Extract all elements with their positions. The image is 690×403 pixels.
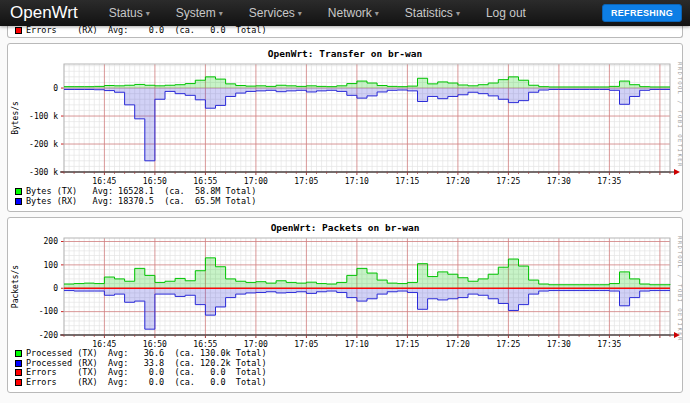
svg-text:16:50: 16:50 (143, 177, 167, 186)
nav-item-services[interactable]: Services▾ (236, 6, 315, 20)
packets-chart: 2001000-100-20016:4516:5016:5517:0017:05… (8, 233, 682, 348)
svg-text:16:55: 16:55 (193, 340, 217, 348)
svg-text:17:25: 17:25 (496, 340, 520, 348)
svg-text:-200 k: -200 k (29, 140, 58, 149)
nav-item-logout[interactable]: Log out (473, 6, 539, 20)
packets-chart-panel: OpenWrt: Packets on br-wan 2001000-100-2… (7, 217, 683, 393)
svg-text:17:10: 17:10 (345, 177, 369, 186)
bytes-tx-swatch (15, 188, 22, 195)
svg-text:17:25: 17:25 (496, 177, 520, 186)
chart-title: OpenWrt: Packets on br-wan (8, 218, 682, 233)
transfer-chart-panel: OpenWrt: Transfer on br-wan 0-100 k-200 … (7, 43, 683, 212)
errors-rx-swatch (15, 379, 22, 386)
svg-text:17:20: 17:20 (446, 340, 470, 348)
svg-text:0: 0 (53, 284, 58, 293)
svg-text:-200: -200 (39, 331, 58, 340)
svg-text:17:30: 17:30 (547, 340, 571, 348)
svg-text:17:05: 17:05 (294, 340, 318, 348)
processed-tx-swatch (15, 350, 22, 357)
svg-text:17:35: 17:35 (597, 177, 621, 186)
legend-row: Errors (RX) Avg: 0.0 (ca. 0.0 Total) (15, 26, 267, 35)
legend-row: Bytes (RX) Avg: 18370.5 (ca. 65.5M Total… (15, 197, 682, 207)
chart-title: OpenWrt: Transfer on br-wan (8, 44, 682, 59)
svg-text:-100: -100 (39, 307, 58, 316)
svg-text:16:50: 16:50 (143, 340, 167, 348)
chevron-down-icon: ▾ (146, 9, 150, 18)
errors-tx-swatch (15, 369, 22, 376)
errors-rx-swatch (15, 27, 22, 34)
svg-text:0: 0 (53, 84, 58, 93)
chevron-down-icon: ▾ (375, 9, 379, 18)
legend: Bytes (TX) Avg: 16528.1 (ca. 58.8M Total… (8, 186, 682, 211)
svg-text:16:45: 16:45 (92, 177, 116, 186)
chevron-down-icon: ▾ (298, 9, 302, 18)
svg-text:200: 200 (44, 237, 59, 246)
svg-text:17:30: 17:30 (547, 177, 571, 186)
top-navbar: OpenWrt Status▾ System▾ Services▾ Networ… (0, 0, 690, 26)
chevron-down-icon: ▾ (219, 9, 223, 18)
svg-text:-300 k: -300 k (29, 168, 58, 177)
svg-text:17:15: 17:15 (395, 340, 419, 348)
legend: Processed (TX) Avg: 36.6 (ca. 130.0k Tot… (8, 348, 682, 392)
bytes-rx-swatch (15, 198, 22, 205)
page-content: Errors (RX) Avg: 0.0 (ca. 0.0 Total) Ope… (0, 26, 690, 393)
brand-logo[interactable]: OpenWrt (10, 3, 78, 23)
svg-text:17:15: 17:15 (395, 177, 419, 186)
transfer-chart: 0-100 k-200 k-300 k16:4516:5016:5517:001… (8, 59, 682, 186)
svg-text:17:00: 17:00 (244, 340, 268, 348)
svg-text:RRDTOOL / TOBI OETIKER: RRDTOOL / TOBI OETIKER (677, 62, 682, 168)
svg-text:17:00: 17:00 (244, 177, 268, 186)
refreshing-button[interactable]: REFRESHING (602, 4, 682, 22)
nav-item-network[interactable]: Network▾ (315, 6, 392, 20)
svg-text:Packets/s: Packets/s (11, 265, 20, 309)
chevron-down-icon: ▾ (456, 9, 460, 18)
svg-text:16:45: 16:45 (92, 340, 116, 348)
svg-text:17:10: 17:10 (345, 340, 369, 348)
legend-row: Errors (RX) Avg: 0.0 (ca. 0.0 Total) (15, 378, 682, 388)
nav-item-status[interactable]: Status▾ (96, 6, 163, 20)
svg-text:17:20: 17:20 (446, 177, 470, 186)
svg-text:-100 k: -100 k (29, 112, 58, 121)
svg-text:RRDTOOL / TOBI OETIKER: RRDTOOL / TOBI OETIKER (677, 236, 682, 342)
svg-text:17:05: 17:05 (294, 177, 318, 186)
svg-text:100: 100 (44, 261, 59, 270)
svg-text:17:35: 17:35 (597, 340, 621, 348)
nav-item-statistics[interactable]: Statistics▾ (392, 6, 473, 20)
processed-rx-swatch (15, 360, 22, 367)
svg-text:16:55: 16:55 (193, 177, 217, 186)
nav-item-system[interactable]: System▾ (163, 6, 236, 20)
cropped-chart-panel: Errors (RX) Avg: 0.0 (ca. 0.0 Total) (7, 26, 683, 38)
svg-text:Bytes/s: Bytes/s (11, 101, 20, 135)
